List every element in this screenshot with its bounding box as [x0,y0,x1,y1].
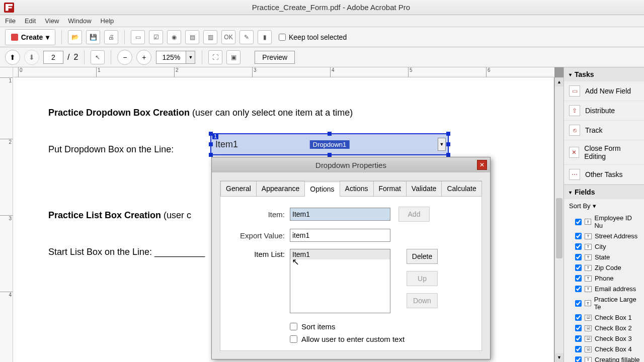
tasks-header[interactable]: ▾Tasks [564,67,644,81]
fit-width-button[interactable]: ⛶ [208,50,222,64]
field-item[interactable]: TPractice Large Te [564,294,644,312]
field-item[interactable]: TPhone [564,273,644,284]
resize-handle[interactable] [328,132,332,136]
field-item[interactable]: ☑Check Box 1 [564,312,644,323]
task-add-new-field[interactable]: ▭Add New Field [564,81,644,101]
tab-calculate[interactable]: Calculate [441,181,481,196]
tab-general[interactable]: General [220,181,257,196]
menu-edit[interactable]: Edit [25,17,36,25]
tab-format[interactable]: Format [373,181,407,196]
dialog-close-button[interactable]: ✕ [477,160,487,170]
field-item[interactable]: TEmployee ID Nu [564,213,644,231]
text-field-icon: T [585,276,592,282]
field-item[interactable]: ☑Check Box 4 [564,344,644,354]
up-button[interactable]: Up [407,271,438,286]
text-field-icon: T [585,357,592,363]
task-close-form-editing[interactable]: ✕Close Form Editing [564,140,644,165]
delete-button[interactable]: Delete [407,249,438,264]
scroll-up-arrow[interactable]: ▲ [555,77,564,86]
field-item[interactable]: ☑Check Box 2 [564,323,644,333]
field-item[interactable]: TCreating fillable [564,354,644,362]
barcode-tool[interactable]: ▮ [258,30,272,44]
distribute-icon: ⇪ [569,105,580,116]
scroll-down-arrow[interactable]: ▼ [555,353,564,362]
next-page-button[interactable]: ⬇ [24,50,39,65]
vertical-scrollbar[interactable]: ▲ ▼ [554,77,564,362]
dropdown-arrow-icon[interactable]: ▼ [438,138,446,151]
menu-view[interactable]: View [45,17,59,25]
resize-handle[interactable] [209,142,213,146]
zoom-in-button[interactable]: + [136,50,151,65]
list-item[interactable]: Item1 [290,249,390,259]
allow-custom-check[interactable]: Allow user to enter custom text [290,335,472,343]
collapse-icon: ▾ [569,72,572,77]
scroll-thumb[interactable] [556,198,562,258]
keep-tool-selected[interactable]: Keep tool selected [279,33,347,41]
select-tool[interactable]: ↖ [91,50,105,64]
checkbox-tool[interactable]: ☑ [149,30,163,44]
field-item[interactable]: ☑Check Box 3 [564,333,644,344]
task-distribute[interactable]: ⇪Distribute [564,101,644,121]
field-item[interactable]: TEmail address [564,284,644,294]
add-button[interactable]: Add [398,207,430,222]
fields-header[interactable]: ▾Fields [564,185,644,199]
field-item[interactable]: TStreet Address [564,231,644,241]
down-button[interactable]: Down [407,293,438,308]
menu-help[interactable]: Help [101,17,114,25]
item-list-box[interactable]: Item1 [290,249,390,313]
tab-validate[interactable]: Validate [406,181,442,196]
task-track[interactable]: ⎋Track [564,121,644,140]
doc-heading2: Practice List Box Creation [48,210,161,220]
resize-handle[interactable] [446,153,450,157]
navigation-bar: ⬆ ⬇ / 2 ↖ − + 125% ▼ ⛶ ▣ Preview [0,47,644,67]
dropdown-tool[interactable]: ▥ [203,30,217,44]
menu-window[interactable]: Window [68,17,91,25]
item-input[interactable] [290,208,390,221]
text-field-icon: T [585,244,592,250]
allow-custom-checkbox[interactable] [290,335,297,343]
field-item[interactable]: TZip Code [564,262,644,273]
fit-page-button[interactable]: ▣ [226,50,240,64]
field-item[interactable]: TState [564,252,644,262]
button-tool[interactable]: OK [221,30,235,44]
signature-tool[interactable]: ✎ [239,30,254,44]
resize-handle[interactable] [209,132,213,136]
sort-by-dropdown[interactable]: Sort By▾ [564,199,644,213]
create-button[interactable]: Create ▾ [5,29,55,45]
field-item[interactable]: TCity [564,241,644,252]
save-button[interactable]: 💾 [86,30,100,44]
keep-tool-checkbox[interactable] [279,34,286,41]
open-button[interactable]: 📂 [68,30,82,44]
menu-file[interactable]: File [5,17,16,25]
resize-handle[interactable] [446,132,450,136]
zoom-dropdown[interactable]: ▼ [186,51,195,64]
page-total: 2 [73,53,78,62]
resize-handle[interactable] [209,153,213,157]
zoom-level[interactable]: 125% [156,51,186,64]
text-field-icon: T [585,219,591,225]
tab-options[interactable]: Options [304,182,340,197]
dropdown-properties-dialog: Dropdown Properties ✕ General Appearance… [211,157,491,359]
horizontal-ruler: 0 1 2 3 4 5 6 [13,67,554,77]
tab-actions[interactable]: Actions [340,181,374,196]
page-number-input[interactable] [43,51,63,64]
resize-handle[interactable] [446,142,450,146]
tab-appearance[interactable]: Appearance [256,181,305,196]
dropdown-form-field[interactable]: 1 Item1 Dropdown1 ▼ [210,133,449,155]
listbox-tool[interactable]: ▤ [185,30,199,44]
print-button[interactable]: 🖨 [104,30,118,44]
radio-tool[interactable]: ◉ [167,30,181,44]
export-value-input[interactable] [290,229,390,242]
prev-page-button[interactable]: ⬆ [5,50,20,65]
text-field-tool[interactable]: ▭ [131,30,145,44]
sort-items-checkbox[interactable] [290,323,297,330]
track-icon: ⎋ [569,125,580,136]
resize-handle[interactable] [328,153,332,157]
zoom-out-button[interactable]: − [117,50,132,65]
sort-items-check[interactable]: Sort items [290,322,472,331]
task-other[interactable]: ⋯Other Tasks [564,165,644,185]
window-titlebar: Practice_Create_Form.pdf - Adobe Acrobat… [0,0,644,15]
dialog-titlebar[interactable]: Dropdown Properties ✕ [212,157,490,172]
text-field-icon: T [585,233,592,239]
preview-button[interactable]: Preview [255,51,295,64]
